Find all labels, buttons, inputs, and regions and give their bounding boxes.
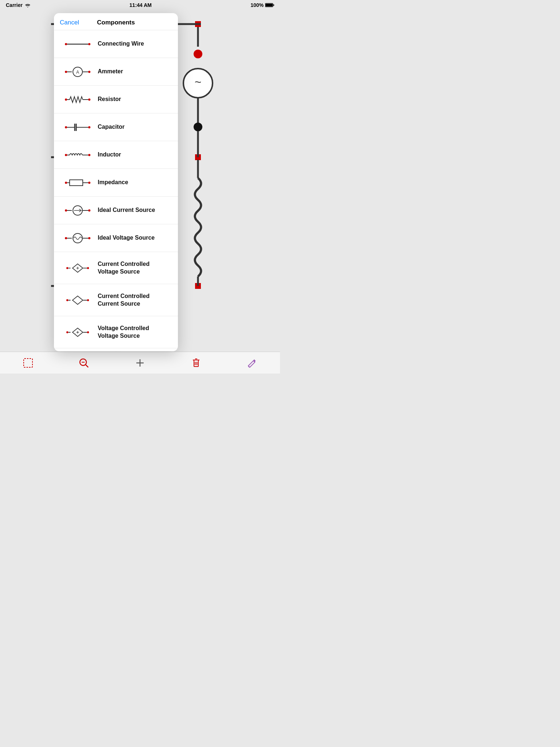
- list-item[interactable]: Current ControlledCurrent Source: [54, 284, 178, 316]
- bottom-toolbar: [0, 352, 280, 374]
- ammeter-symbol: A: [61, 66, 94, 78]
- list-item[interactable]: Resistor: [54, 86, 178, 113]
- popup-panel: Cancel Components Connecting Wire: [54, 13, 178, 351]
- svg-point-46: [88, 43, 90, 45]
- svg-point-52: [88, 71, 90, 73]
- ideal-current-label: Ideal Current Source: [98, 206, 155, 214]
- list-item[interactable]: Capacitor: [54, 113, 178, 141]
- delete-button[interactable]: [188, 355, 204, 371]
- list-item[interactable]: Impedance: [54, 169, 178, 197]
- impedance-label: Impedance: [98, 179, 128, 186]
- status-right: 100%: [250, 2, 274, 8]
- svg-point-82: [88, 237, 90, 239]
- svg-point-102: [87, 331, 89, 333]
- status-bar: Carrier 11:44 AM 100%: [0, 0, 280, 10]
- capacitor-label: Capacitor: [98, 123, 125, 131]
- wire-label: Connecting Wire: [98, 40, 144, 48]
- cancel-button[interactable]: Cancel: [60, 19, 79, 26]
- zoom-button[interactable]: [76, 355, 92, 371]
- inductor-symbol: [61, 149, 94, 161]
- add-button[interactable]: [132, 355, 148, 371]
- inductor-label: Inductor: [98, 151, 121, 159]
- svg-rect-2: [265, 4, 273, 7]
- ideal-current-symbol: [61, 205, 94, 216]
- svg-point-89: [87, 267, 89, 269]
- cccs-symbol: [61, 294, 94, 306]
- impedance-symbol: [61, 177, 94, 189]
- svg-rect-1: [273, 4, 275, 6]
- svg-text:A: A: [76, 70, 79, 75]
- capacitor-symbol: [61, 121, 94, 133]
- list-item[interactable]: Ideal Voltage Source: [54, 224, 178, 252]
- svg-point-57: [65, 126, 67, 128]
- svg-point-66: [88, 154, 90, 156]
- svg-point-83: [66, 267, 68, 269]
- wire-symbol: [61, 38, 94, 50]
- pencil-icon: [246, 357, 258, 369]
- list-item[interactable]: Voltage ControlledCurrent Source: [54, 348, 178, 351]
- svg-point-72: [65, 209, 67, 212]
- svg-point-90: [66, 299, 68, 301]
- zoom-icon: [78, 357, 90, 369]
- popup-header: Cancel Components: [54, 13, 178, 30]
- add-icon: [134, 357, 146, 369]
- svg-point-77: [88, 209, 90, 212]
- carrier-label: Carrier: [6, 2, 23, 8]
- select-button[interactable]: [20, 355, 36, 371]
- trash-icon: [190, 357, 202, 369]
- ccvs-label: Current ControlledVoltage Source: [98, 260, 149, 276]
- svg-point-71: [88, 182, 90, 184]
- vcvs-label: Voltage ControlledVoltage Source: [98, 325, 149, 340]
- status-left: Carrier: [6, 2, 31, 8]
- svg-point-32: [194, 50, 202, 58]
- ideal-voltage-symbol: [61, 232, 94, 244]
- svg-point-67: [65, 182, 67, 184]
- vcvs-symbol: -: [61, 326, 94, 338]
- list-item[interactable]: Ideal Current Source: [54, 197, 178, 224]
- component-list: Connecting Wire A Ammeter: [54, 30, 178, 351]
- ideal-voltage-label: Ideal Voltage Source: [98, 234, 155, 242]
- svg-point-95: [66, 331, 68, 333]
- svg-point-80: [73, 233, 82, 243]
- list-item[interactable]: Inductor: [54, 141, 178, 169]
- svg-point-78: [65, 237, 67, 239]
- list-item[interactable]: A Ammeter: [54, 58, 178, 86]
- svg-point-53: [65, 98, 67, 101]
- battery-icon: [265, 3, 274, 7]
- select-icon: [22, 357, 34, 369]
- wifi-icon: [25, 3, 31, 7]
- ccvs-symbol: [61, 262, 94, 274]
- svg-point-56: [88, 98, 90, 101]
- svg-point-62: [88, 126, 90, 128]
- svg-text:~: ~: [195, 76, 202, 89]
- svg-point-63: [65, 154, 67, 156]
- edit-button[interactable]: [244, 355, 260, 371]
- status-time: 11:44 AM: [129, 2, 152, 8]
- svg-point-47: [65, 71, 67, 73]
- resistor-symbol: [61, 94, 94, 105]
- popup-title: Components: [97, 19, 135, 26]
- list-item[interactable]: Current ControlledVoltage Source: [54, 252, 178, 284]
- battery-label: 100%: [250, 2, 264, 8]
- svg-rect-69: [70, 180, 83, 186]
- ammeter-label: Ammeter: [98, 68, 123, 76]
- svg-point-94: [87, 299, 89, 301]
- svg-point-44: [65, 43, 67, 45]
- cccs-label: Current ControlledCurrent Source: [98, 293, 149, 308]
- resistor-label: Resistor: [98, 96, 121, 103]
- svg-line-110: [86, 365, 88, 367]
- list-item[interactable]: - Voltage ControlledVoltage Source: [54, 316, 178, 348]
- list-item[interactable]: Connecting Wire: [54, 30, 178, 58]
- svg-rect-108: [24, 359, 32, 367]
- svg-point-36: [194, 123, 202, 131]
- svg-marker-92: [73, 296, 83, 304]
